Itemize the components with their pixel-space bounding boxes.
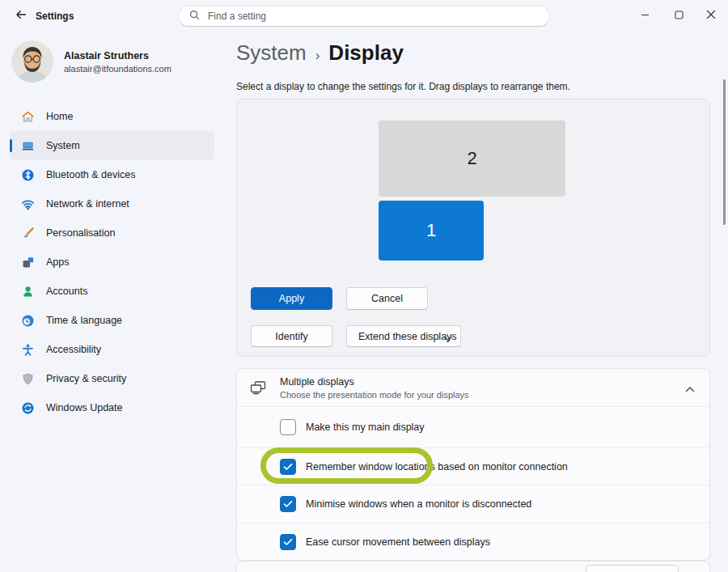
- check-icon: [283, 535, 293, 549]
- cancel-label: Cancel: [371, 293, 403, 304]
- bluetooth-icon: [21, 168, 35, 182]
- check-icon: [283, 460, 293, 474]
- monitor-2-number: 2: [467, 148, 476, 169]
- profile-name: Alastair Struthers: [64, 50, 171, 61]
- sidebar-item-time-language[interactable]: Time & language: [10, 306, 214, 335]
- monitor-1[interactable]: 1: [379, 201, 484, 261]
- sidebar-item-system[interactable]: System: [10, 131, 214, 160]
- monitor-1-number: 1: [426, 220, 436, 241]
- option-label: Remember window locations based on monit…: [306, 461, 568, 472]
- sidebar-item-apps[interactable]: Apps: [10, 248, 214, 277]
- sidebar-item-privacy[interactable]: Privacy & security: [10, 364, 214, 393]
- sidebar-item-bluetooth[interactable]: Bluetooth & devices: [10, 160, 214, 189]
- breadcrumb: System › Display: [236, 40, 404, 66]
- identify-label: Identify: [275, 331, 307, 342]
- monitor-2[interactable]: 2: [379, 121, 565, 197]
- sidebar-item-label: Accounts: [46, 286, 87, 297]
- apps-icon: [21, 256, 35, 269]
- sidebar-item-label: Windows Update: [46, 402, 123, 413]
- option-label: Make this my main display: [306, 422, 425, 433]
- search-placeholder: Find a setting: [208, 11, 266, 22]
- sidebar-item-label: Time & language: [46, 315, 122, 326]
- multiple-displays-icon: [248, 379, 268, 396]
- apply-button[interactable]: Apply: [251, 287, 332, 310]
- close-button[interactable]: [699, 5, 723, 26]
- option-make-main-display: Make this my main display: [237, 407, 709, 447]
- ease-cursor-checkbox[interactable]: [280, 534, 296, 550]
- identify-button[interactable]: Identify: [251, 325, 332, 347]
- privacy-shield-icon: [21, 372, 35, 386]
- profile-email: alastair@itfoundations.com: [64, 64, 171, 74]
- maximize-button[interactable]: [667, 5, 691, 26]
- sidebar-item-label: Home: [46, 111, 73, 122]
- sidebar-item-label: System: [46, 140, 80, 151]
- sidebar-item-network[interactable]: Network & internet: [10, 189, 214, 218]
- make-main-display-checkbox[interactable]: [280, 419, 296, 435]
- option-label: Ease cursor movement between displays: [306, 536, 490, 548]
- sidebar-item-windows-update[interactable]: Windows Update: [10, 393, 214, 422]
- sidebar-nav: Home System Bluetooth & devices Network …: [10, 102, 214, 422]
- check-icon: [283, 497, 293, 511]
- avatar: [11, 40, 53, 83]
- apply-label: Apply: [279, 293, 304, 304]
- breadcrumb-separator: ›: [315, 48, 320, 64]
- personalisation-icon: [21, 227, 35, 240]
- windows-update-icon: [21, 401, 35, 415]
- app-title: Settings: [36, 11, 74, 22]
- sidebar-item-label: Bluetooth & devices: [46, 169, 136, 180]
- back-button[interactable]: [11, 7, 31, 25]
- accessibility-icon: [21, 343, 35, 357]
- sidebar-item-personalisation[interactable]: Personalisation: [10, 218, 214, 248]
- sidebar-item-accounts[interactable]: Accounts: [10, 277, 214, 306]
- settings-window: Settings Find a setting: [0, 0, 728, 572]
- time-language-icon: [21, 314, 35, 328]
- multiple-displays-header[interactable]: Multiple displays Choose the presentatio…: [237, 369, 709, 406]
- back-arrow-icon: [15, 8, 28, 24]
- option-ease-cursor: Ease cursor movement between displays: [237, 523, 709, 560]
- multiple-displays-title: Multiple displays: [280, 376, 469, 388]
- maximize-icon: [675, 8, 684, 23]
- option-label: Minimise windows when a monitor is disco…: [306, 498, 531, 510]
- network-icon: [21, 197, 35, 211]
- sidebar-item-label: Privacy & security: [46, 373, 126, 384]
- multiple-displays-subtitle: Choose the presentation mode for your di…: [280, 390, 469, 400]
- profile-block[interactable]: Alastair Struthers alastair@itfoundation…: [11, 40, 171, 83]
- minimize-button[interactable]: [633, 5, 657, 26]
- vertical-scrollbar-thumb[interactable]: [723, 79, 726, 225]
- option-remember-window-locations: Remember window locations based on monit…: [237, 448, 709, 485]
- multiple-displays-card: Multiple displays Choose the presentatio…: [236, 368, 710, 561]
- system-icon: [21, 139, 35, 153]
- display-arrangement-card: 2 1 Apply Cancel Identify Extend these d…: [236, 99, 710, 357]
- sidebar-item-label: Apps: [46, 256, 70, 268]
- sidebar: Alastair Struthers alastair@itfoundation…: [0, 32, 226, 572]
- next-settings-card-partial: [236, 561, 710, 572]
- display-mode-dropdown[interactable]: Extend these displays: [346, 325, 461, 347]
- sidebar-item-label: Personalisation: [46, 227, 115, 239]
- sidebar-item-home[interactable]: Home: [10, 102, 214, 131]
- minimize-icon: [641, 8, 650, 23]
- cancel-button[interactable]: Cancel: [346, 287, 428, 310]
- main-content: System › Display Select a display to cha…: [235, 32, 728, 572]
- chevron-down-icon: [444, 333, 452, 345]
- titlebar: Settings Find a setting: [0, 0, 728, 32]
- sidebar-item-label: Network & internet: [46, 198, 129, 210]
- minimise-windows-checkbox[interactable]: [280, 496, 296, 512]
- page-description: Select a display to change the settings …: [236, 81, 570, 92]
- search-icon: [188, 9, 201, 24]
- page-title: Display: [328, 40, 404, 66]
- breadcrumb-system[interactable]: System: [236, 40, 307, 66]
- close-icon: [706, 8, 716, 23]
- search-input[interactable]: Find a setting: [178, 6, 550, 27]
- accounts-icon: [21, 285, 35, 299]
- remember-window-locations-checkbox[interactable]: [280, 459, 296, 475]
- partial-button[interactable]: [586, 565, 679, 572]
- sidebar-item-accessibility[interactable]: Accessibility: [10, 335, 214, 364]
- sidebar-item-label: Accessibility: [46, 344, 101, 355]
- chevron-up-icon[interactable]: [685, 382, 695, 396]
- display-mode-label: Extend these displays: [358, 331, 457, 342]
- option-minimise-windows: Minimise windows when a monitor is disco…: [237, 485, 709, 523]
- home-icon: [21, 110, 35, 124]
